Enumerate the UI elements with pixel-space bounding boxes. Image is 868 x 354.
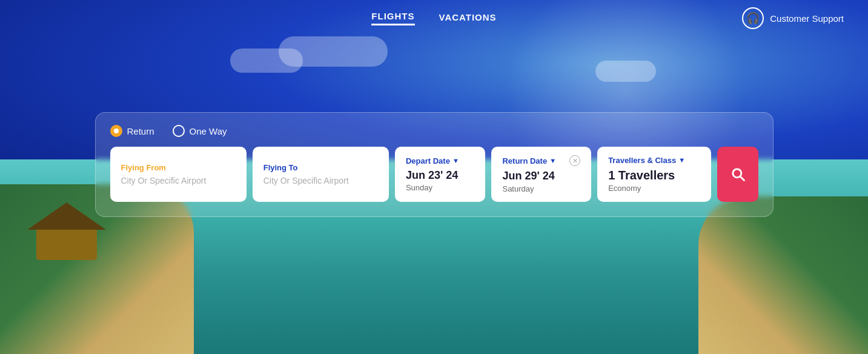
depart-date-label-row: Depart Date ▼ xyxy=(406,156,475,165)
depart-date-field[interactable]: Depart Date ▼ Jun 23' 24 Sunday xyxy=(395,147,486,202)
customer-support-label: Customer Support xyxy=(770,13,844,24)
clear-return-date-button[interactable]: ✕ xyxy=(569,155,580,166)
depart-date-label: Depart Date xyxy=(406,156,450,165)
search-icon xyxy=(729,165,746,182)
flying-to-label: Flying To xyxy=(263,163,378,172)
travellers-class: Economy xyxy=(608,184,700,193)
beach-right xyxy=(698,196,868,354)
return-date-value: Jun 29' 24 xyxy=(502,170,580,183)
return-date-header-row: Return Date ▼ ✕ xyxy=(502,155,580,166)
depart-date-value: Jun 23' 24 xyxy=(406,169,475,182)
return-label: Return xyxy=(127,126,154,136)
trip-type-selector: Return One Way xyxy=(110,125,758,137)
nav-center: FLIGHTS VACATIONS xyxy=(371,11,496,25)
nav-flights[interactable]: FLIGHTS xyxy=(371,11,414,25)
search-panel: Return One Way Flying From City Or Speci… xyxy=(95,112,774,217)
header: FLIGHTS VACATIONS 🎧 Customer Support xyxy=(0,0,868,36)
return-date-label: Return Date xyxy=(502,156,547,165)
one-way-label: One Way xyxy=(190,126,227,136)
headphone-icon: 🎧 xyxy=(742,7,764,29)
flying-to-placeholder: City Or Specific Airport xyxy=(263,176,378,185)
flying-from-placeholder: City Or Specific Airport xyxy=(121,176,236,185)
return-date-day: Saturday xyxy=(502,184,580,193)
travellers-count: 1 Travellers xyxy=(608,169,700,182)
nav-vacations[interactable]: VACATIONS xyxy=(439,12,497,25)
return-option[interactable]: Return xyxy=(110,125,154,137)
travellers-chevron-icon: ▼ xyxy=(678,156,685,164)
depart-date-day: Sunday xyxy=(406,183,475,192)
return-date-field[interactable]: Return Date ▼ ✕ Jun 29' 24 Saturday xyxy=(491,147,591,202)
flying-from-label: Flying From xyxy=(121,163,236,172)
travellers-label-row: Travellers & Class ▼ xyxy=(608,156,700,165)
depart-chevron-icon: ▼ xyxy=(452,157,459,164)
travellers-label: Travellers & Class xyxy=(608,156,676,165)
one-way-option[interactable]: One Way xyxy=(173,125,227,137)
one-way-radio[interactable] xyxy=(173,125,185,137)
beach-hut xyxy=(36,224,97,260)
flying-to-field[interactable]: Flying To City Or Specific Airport xyxy=(253,147,389,202)
return-chevron-icon: ▼ xyxy=(549,157,556,164)
flying-from-field[interactable]: Flying From City Or Specific Airport xyxy=(110,147,247,202)
customer-support-button[interactable]: 🎧 Customer Support xyxy=(742,7,844,29)
cloud-2 xyxy=(279,36,388,67)
cloud-3 xyxy=(595,61,656,82)
return-radio[interactable] xyxy=(110,125,122,137)
search-fields: Flying From City Or Specific Airport Fly… xyxy=(110,147,758,202)
travellers-class-field[interactable]: Travellers & Class ▼ 1 Travellers Econom… xyxy=(597,147,711,202)
search-button[interactable] xyxy=(717,147,758,202)
